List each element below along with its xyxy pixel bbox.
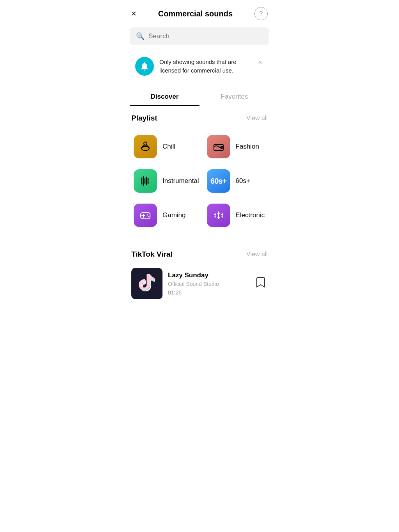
notice-bell-icon — [135, 57, 154, 76]
song-info: Lazy Sunday Official Sound Studio 01:26 — [168, 271, 248, 296]
svg-point-15 — [148, 216, 150, 217]
playlist-item-chill[interactable]: Chill — [130, 129, 203, 164]
viral-section-header: TikTok Viral View all — [124, 242, 275, 264]
instrumental-icon — [134, 169, 157, 193]
playlist-item-60s[interactable]: 60s+ 60s+ — [203, 164, 269, 198]
bookmark-icon — [256, 277, 265, 288]
song-title: Lazy Sunday — [168, 271, 248, 279]
section-divider — [130, 239, 269, 239]
gaming-svg — [138, 208, 152, 222]
svg-point-1 — [144, 142, 147, 145]
notice-close-button[interactable]: × — [256, 57, 264, 68]
fashion-label: Fashion — [236, 143, 259, 151]
song-duration: 01:26 — [168, 289, 248, 296]
viral-view-all[interactable]: View all — [246, 251, 268, 258]
search-icon: 🔍 — [136, 32, 145, 41]
tab-favorites[interactable]: Favorites — [200, 87, 269, 106]
notice-banner: Only showing sounds that are licensed fo… — [130, 51, 269, 81]
help-icon: ? — [260, 10, 263, 17]
viral-title: TikTok Viral — [131, 250, 173, 259]
search-bar[interactable]: 🔍 — [130, 27, 269, 45]
playlist-view-all[interactable]: View all — [246, 115, 268, 122]
playlist-title: Playlist — [131, 114, 157, 122]
60s-text: 60s+ — [210, 177, 226, 186]
song-artist: Official Sound Studio — [168, 281, 248, 287]
notice-text: Only showing sounds that are licensed fo… — [159, 58, 256, 75]
playlist-item-instrumental[interactable]: Instrumental — [130, 164, 203, 198]
electronic-icon — [207, 204, 230, 227]
playlist-item-electronic[interactable]: Electronic — [203, 198, 269, 232]
tab-bar: Discover Favorites — [130, 87, 269, 106]
fashion-svg — [212, 140, 226, 154]
song-item-lazy-sunday[interactable]: ♪ Lazy Sunday Official Sound Studio 01:2… — [124, 264, 275, 303]
chill-icon — [134, 135, 157, 158]
gaming-label: Gaming — [162, 211, 186, 219]
svg-text:♪: ♪ — [140, 277, 146, 289]
svg-point-14 — [147, 215, 148, 216]
instrumental-label: Instrumental — [162, 177, 199, 185]
electronic-label: Electronic — [236, 211, 265, 219]
60s-icon: 60s+ — [207, 169, 230, 193]
help-button[interactable]: ? — [254, 7, 268, 20]
search-input[interactable] — [148, 32, 263, 40]
close-button[interactable]: × — [131, 9, 136, 18]
header: × Commercial sounds ? — [124, 0, 275, 26]
playlist-item-gaming[interactable]: Gaming — [130, 198, 203, 232]
electronic-svg — [212, 208, 226, 222]
playlist-section-header: Playlist View all — [124, 106, 275, 128]
fashion-icon — [207, 135, 230, 158]
page-title: Commercial sounds — [158, 9, 233, 18]
bell-svg — [139, 61, 150, 71]
bookmark-button[interactable] — [254, 275, 268, 293]
chill-label: Chill — [162, 143, 175, 151]
playlist-grid: Chill Fashion Instrumental — [124, 128, 275, 236]
gaming-icon — [134, 204, 157, 227]
tiktok-logo-svg: ♪ — [137, 272, 157, 295]
instrumental-svg — [138, 174, 152, 188]
viral-section: TikTok Viral View all ♪ Lazy Sunday Offi… — [124, 242, 275, 311]
tab-discover[interactable]: Discover — [130, 87, 200, 106]
playlist-item-fashion[interactable]: Fashion — [203, 129, 269, 164]
60s-label: 60s+ — [236, 177, 250, 185]
song-thumbnail: ♪ — [131, 268, 162, 299]
chill-svg — [138, 140, 152, 154]
